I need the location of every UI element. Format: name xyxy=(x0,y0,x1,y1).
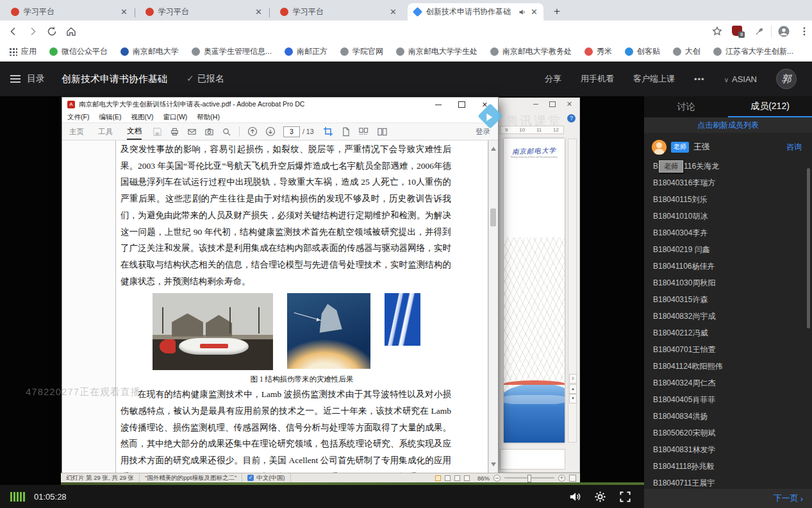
tab-close-icon[interactable]: ✕ xyxy=(120,7,128,17)
scroll-thumb[interactable]: ≡ xyxy=(569,374,577,384)
bookmark-item[interactable]: 创客贴 xyxy=(625,46,660,57)
bookmark-item[interactable]: 江苏省大学生创新... xyxy=(713,46,793,57)
adblock-extension-icon[interactable]: 8 xyxy=(732,26,743,37)
bookmark-star-icon[interactable] xyxy=(711,26,723,37)
bookmark-item[interactable]: 秀米 xyxy=(584,46,612,57)
menu-item[interactable]: 窗口(W) xyxy=(163,113,187,122)
browser-tab-2[interactable]: 学习平台 ✕ xyxy=(140,3,268,21)
new-tab-button[interactable]: + xyxy=(551,6,563,17)
close-icon[interactable]: ✕ xyxy=(567,101,572,106)
bookmark-item[interactable]: 微信公众平台 xyxy=(49,46,108,57)
previous-slide-button[interactable]: ▲ xyxy=(569,384,577,394)
browser-tab-3[interactable]: 学习平台 ✕ xyxy=(274,3,402,21)
bookmark-item[interactable]: 南邮正方 xyxy=(285,46,327,57)
bookmark-item[interactable]: 学院官网 xyxy=(340,46,383,57)
settings-gear-icon[interactable] xyxy=(594,491,606,503)
tab-close-icon[interactable]: ✕ xyxy=(531,7,538,17)
browser-tab-1[interactable]: 学习平台 ✕ xyxy=(5,3,133,21)
slide-scrollbar[interactable]: ≡ ▲ ▼ xyxy=(568,139,577,443)
next-page-icon[interactable] xyxy=(265,126,276,137)
minimize-icon[interactable] xyxy=(435,105,442,105)
snapshot-camera-icon[interactable] xyxy=(204,127,214,137)
more-menu-button[interactable]: ••• xyxy=(694,74,705,84)
learning-platform-favicon xyxy=(11,8,19,16)
forward-icon[interactable] xyxy=(27,26,38,37)
tab-home[interactable]: 主页 xyxy=(69,124,84,139)
open-in-client-button[interactable]: 客户端上课 xyxy=(633,73,675,85)
bookmark-item[interactable]: 南京邮电大学学生处 xyxy=(396,46,477,57)
user-avatar[interactable]: 郭 xyxy=(776,69,797,89)
apps-label: 应用 xyxy=(21,46,37,57)
menu-hamburger-icon[interactable] xyxy=(10,78,21,80)
fit-to-window-icon[interactable] xyxy=(569,475,576,482)
contrail-photo xyxy=(385,293,420,346)
email-icon[interactable] xyxy=(187,127,197,137)
previous-page-icon[interactable] xyxy=(247,126,258,137)
bookmark-label: 南邮正方 xyxy=(297,46,327,57)
home-icon[interactable] xyxy=(65,26,77,37)
panel-scrollbar-thumb[interactable] xyxy=(807,168,810,328)
tab-discussion[interactable]: 讨论 xyxy=(644,96,728,117)
scroll-up-arrow[interactable] xyxy=(491,144,496,151)
notes-pane[interactable] xyxy=(500,449,565,470)
pdf-vertical-scrollbar[interactable] xyxy=(488,140,498,473)
slideshow-view-icon[interactable] xyxy=(464,475,470,481)
crop-tool-icon[interactable] xyxy=(323,126,333,137)
split-pages-icon[interactable] xyxy=(358,127,369,137)
bookmark-item[interactable]: 大创 xyxy=(673,46,700,57)
back-icon[interactable] xyxy=(8,26,19,37)
browser-tab-active[interactable]: 创新技术申请书协作基础 ✕ xyxy=(408,3,543,21)
fullscreen-icon[interactable] xyxy=(619,491,631,503)
menu-item[interactable]: 编辑(E) xyxy=(99,113,121,122)
bookmark-item[interactable]: 奥蓝学生管理信息... xyxy=(192,46,272,57)
share-button[interactable]: 分享 xyxy=(545,73,561,85)
scroll-thumb[interactable] xyxy=(490,208,496,226)
login-button[interactable]: 登录 xyxy=(476,127,490,137)
language-status[interactable]: ✓ 中文(中国) xyxy=(242,473,290,482)
zoom-slider-thumb[interactable] xyxy=(527,475,531,482)
reading-view-icon[interactable] xyxy=(454,475,460,481)
shuttle-launch-photo xyxy=(287,293,370,369)
tab-close-icon[interactable]: ✕ xyxy=(390,7,397,17)
tab-tools[interactable]: 工具 xyxy=(98,124,113,139)
reload-icon[interactable] xyxy=(46,26,58,37)
slide-sorter-view-icon[interactable] xyxy=(445,475,451,481)
extension-icon[interactable] xyxy=(754,26,765,37)
consult-link[interactable]: 咨询 xyxy=(786,142,802,153)
two-page-view-icon[interactable] xyxy=(377,127,388,137)
save-icon[interactable] xyxy=(153,127,162,137)
maximize-icon[interactable] xyxy=(549,101,556,107)
help-icon[interactable]: ? xyxy=(567,114,576,123)
maximize-icon[interactable] xyxy=(458,101,465,108)
minimize-icon[interactable] xyxy=(533,104,538,105)
next-slide-button[interactable]: ▼ xyxy=(569,394,577,403)
next-page-link[interactable]: 下一页 xyxy=(774,493,799,504)
menu-item[interactable]: 视图(V) xyxy=(131,113,153,122)
page-number-input[interactable] xyxy=(283,126,300,137)
browser-menu-icon[interactable] xyxy=(799,26,810,37)
toc-button[interactable]: 目录 xyxy=(27,73,45,85)
search-icon[interactable] xyxy=(222,127,231,137)
print-icon[interactable] xyxy=(170,127,179,137)
profile-avatar-icon[interactable] xyxy=(778,26,790,37)
refresh-members-button[interactable]: 点击刷新成员列表 xyxy=(644,117,812,133)
acrobat-titlebar[interactable]: A 南京邮电大学大学生创新训练计划申请表-active.pdf - Adobe … xyxy=(62,97,498,112)
bookmark-item[interactable]: 南京邮电大学教务处 xyxy=(490,46,572,57)
next-page-arrow-icon[interactable]: › xyxy=(800,494,803,504)
tab-members[interactable]: 成员(212) xyxy=(728,96,812,117)
tab-document[interactable]: 文档 xyxy=(127,124,142,140)
volume-icon[interactable] xyxy=(569,491,581,503)
scroll-down-arrow[interactable] xyxy=(491,462,496,469)
single-page-icon[interactable] xyxy=(341,127,351,137)
apps-shortcut[interactable]: 应用 xyxy=(9,46,37,57)
watch-on-phone-button[interactable]: 用手机看 xyxy=(581,73,614,85)
bookmark-item[interactable]: 南京邮电大学 xyxy=(120,46,179,57)
user-menu[interactable]: ∨ASIAN xyxy=(724,74,757,84)
zoom-out-button[interactable]: – xyxy=(493,475,501,482)
menu-item[interactable]: 文件(F) xyxy=(67,113,89,122)
normal-view-icon[interactable] xyxy=(435,475,441,481)
zoom-in-button[interactable]: + xyxy=(558,475,565,482)
zoom-slider[interactable] xyxy=(504,477,554,478)
menu-item[interactable]: 帮助(H) xyxy=(197,113,220,122)
tab-close-icon[interactable]: ✕ xyxy=(255,7,262,17)
